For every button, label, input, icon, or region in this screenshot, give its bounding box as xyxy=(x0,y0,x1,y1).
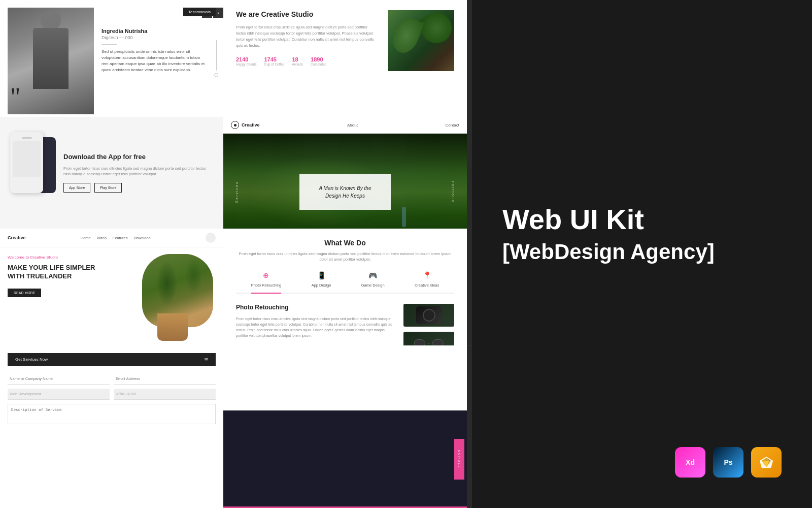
hero-tagline: A Man is Known By the Design He Keeps xyxy=(312,184,378,200)
testimonials-badge: Testimonials xyxy=(183,8,216,16)
description-textarea[interactable] xyxy=(8,404,216,424)
tab-label-app: App Design xyxy=(312,283,331,288)
service-tabs: ⊕ Photo Retouching 📱 App Design 🎮 Game D… xyxy=(236,270,454,294)
app-description: Proin eget tortor risus cras ultricies l… xyxy=(63,166,213,177)
tab-creative-ideas[interactable]: 📍 Creative Ideas xyxy=(415,270,439,293)
scroll-line xyxy=(216,40,217,71)
xd-label: Xd xyxy=(686,458,695,466)
contact-form: Web Development $750 - $300 xyxy=(8,373,216,400)
stat-label-completed: Completed xyxy=(311,62,326,66)
hero-side-right: Portfolio xyxy=(452,181,455,203)
hero-nav-links: About xyxy=(347,123,358,128)
app-store-btn[interactable]: App Store xyxy=(63,183,90,193)
testimonial-name: Ingredia Nutrisha xyxy=(101,28,208,34)
nav-features[interactable]: Features xyxy=(113,236,128,240)
testimonial-divider xyxy=(101,44,117,45)
stat-num-coffee: 1745 xyxy=(264,56,284,62)
face-silhouette xyxy=(122,254,223,345)
search-icon-btn[interactable] xyxy=(206,233,216,243)
phone-front xyxy=(10,132,43,193)
contact-form-card: Get Services Now ✉ Web Development $750 … xyxy=(0,345,223,508)
email-input[interactable] xyxy=(114,373,216,385)
photoshop-icon: Ps xyxy=(713,447,743,478)
hero-side-left: Services xyxy=(235,181,239,203)
hero-logo-text: Creative xyxy=(242,122,260,128)
stat-completed: 1890 Completed xyxy=(311,56,326,66)
stat-label-clients: Happy Clients xyxy=(236,62,256,66)
hero-nav-contact[interactable]: Contact xyxy=(445,123,459,128)
app-title: Download the App for free xyxy=(63,153,213,161)
service-product-1 xyxy=(403,304,454,327)
stat-happy-clients: 2140 Happy Clients xyxy=(236,56,256,66)
tab-photo-retouching[interactable]: ⊕ Photo Retouching xyxy=(251,270,282,293)
testimonial-image xyxy=(8,8,94,114)
title-section: Web UI Kit [WebDesign Agency] xyxy=(502,20,782,447)
hero-tagline-box: A Man is Known By the Design He Keeps xyxy=(299,174,391,210)
studio-stats: 2140 Happy Clients 1745 Cup of Coffee 18… xyxy=(236,56,378,66)
studio-plant-image xyxy=(388,10,454,71)
creative-logo: Creative xyxy=(8,235,26,240)
game-design-icon: 🎮 xyxy=(368,270,378,280)
dark-preview: SCROLL xyxy=(223,410,467,508)
creative-studio-card: We are Creative Studio Proin eget tortor… xyxy=(223,0,467,117)
studio-title: We are Creative Studio xyxy=(236,10,378,18)
phone-mockup xyxy=(10,132,56,213)
tab-label-game: Game Design xyxy=(361,283,385,288)
app-design-icon: 📱 xyxy=(316,270,326,280)
side-tab-text: SCROLL xyxy=(458,450,461,468)
nav-download[interactable]: Download xyxy=(133,236,150,240)
testimonial-photo xyxy=(8,8,94,114)
right-panel: Web UI Kit [WebDesign Agency] Xd Ps xyxy=(472,0,812,508)
testimonial-role: Digitech — 000 xyxy=(101,35,208,40)
read-more-button[interactable]: READ MORE xyxy=(8,289,41,297)
studio-text: We are Creative Studio Proin eget tortor… xyxy=(236,10,378,71)
nav-video[interactable]: Video xyxy=(97,236,107,240)
subtitle-bracket: [WebDesign Agency] xyxy=(502,240,715,264)
stat-num-clients: 2140 xyxy=(236,56,256,62)
tab-app-design[interactable]: 📱 App Design xyxy=(312,270,331,293)
scroll-indicator xyxy=(214,40,218,77)
main-title: Web UI Kit xyxy=(502,204,782,235)
left-panel: ‹ › Testimonials Ingredia Nutrisha Digit… xyxy=(0,0,472,508)
stat-label-awards: Awards xyxy=(292,62,303,66)
scroll-dot xyxy=(214,73,218,77)
tab-label-photo: Photo Retouching xyxy=(251,283,282,288)
budget-select[interactable]: $750 - $300 xyxy=(114,389,216,400)
quote-mark: " xyxy=(10,84,20,109)
stat-awards: 18 Awards xyxy=(292,56,303,66)
app-content: Download the App for free Proin eget tor… xyxy=(63,153,213,193)
main-subtitle: [WebDesign Agency] xyxy=(502,240,782,264)
ps-label: Ps xyxy=(724,458,732,466)
creative-hero-card: Creative Home Video Features Download We… xyxy=(0,229,223,345)
testimonial-card: ‹ › Testimonials Ingredia Nutrisha Digit… xyxy=(0,0,223,117)
testimonial-text: Sed ut perspiciatis unde omnis iste natu… xyxy=(101,49,208,73)
hero-logo-icon xyxy=(231,121,239,129)
creative-nav-links: Home Video Features Download xyxy=(81,236,151,240)
sketch-icon xyxy=(751,447,782,478)
nav-home[interactable]: Home xyxy=(81,236,91,240)
testimonial-content: Testimonials Ingredia Nutrisha Digitech … xyxy=(94,8,216,78)
app-buttons: App Store Play Store xyxy=(63,183,213,193)
app-download-card: Download the App for free Proin eget tor… xyxy=(0,117,223,229)
tab-game-design[interactable]: 🎮 Game Design xyxy=(361,270,385,293)
bottom-partial-card: SCROLL xyxy=(223,345,467,508)
get-services-button[interactable]: Get Services Now ✉ xyxy=(8,353,216,366)
service-type-select[interactable]: Web Development xyxy=(8,389,110,400)
sketch-diamond-svg xyxy=(759,456,774,469)
studio-description: Proin eget tortor risus cras ultricies l… xyxy=(236,24,378,49)
studio-content: We are Creative Studio Proin eget tortor… xyxy=(236,10,454,71)
creative-navbar: Creative Home Video Features Download xyxy=(0,229,223,247)
service-active-title: Photo Retouching xyxy=(236,304,393,311)
stat-num-completed: 1890 xyxy=(311,56,326,62)
hero-logo-area: Creative xyxy=(231,121,260,129)
stat-label-coffee: Cup of Coffee xyxy=(264,62,284,66)
what-we-do-title: What We Do xyxy=(236,239,454,247)
tab-label-creative: Creative Ideas xyxy=(415,283,439,288)
plant-photo xyxy=(388,10,454,71)
creative-ideas-icon: 📍 xyxy=(422,270,432,280)
play-store-btn[interactable]: Play Store xyxy=(94,183,122,193)
tool-icons-section: Xd Ps xyxy=(502,447,782,488)
company-name-input[interactable] xyxy=(8,373,110,385)
get-services-label: Get Services Now xyxy=(15,357,48,362)
hero-nav-about[interactable]: About xyxy=(347,123,358,128)
